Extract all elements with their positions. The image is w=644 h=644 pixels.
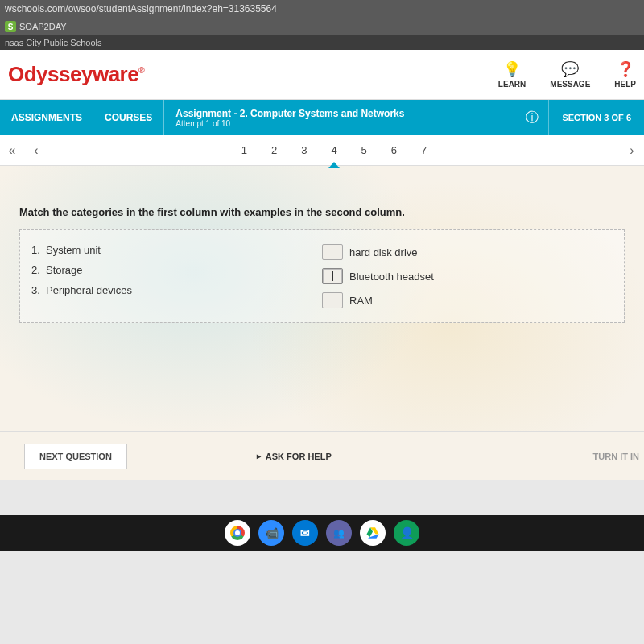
info-icon[interactable]: ⓘ bbox=[516, 100, 548, 135]
question-prompt: Match the categories in the first column… bbox=[19, 206, 625, 218]
category-item: 3.Peripheral devices bbox=[31, 280, 322, 300]
url-bar[interactable]: wschools.com/owsoo/studentAssignment/ind… bbox=[0, 0, 644, 18]
drive-icon[interactable] bbox=[360, 520, 386, 546]
divider bbox=[192, 441, 192, 472]
pager-item-4[interactable]: 4 bbox=[329, 141, 338, 159]
question-pager: « ‹ 1234567 › bbox=[0, 135, 644, 166]
pager-item-2[interactable]: 2 bbox=[270, 141, 279, 159]
pager-item-5[interactable]: 5 bbox=[360, 141, 369, 159]
tab-assignments[interactable]: ASSIGNMENTS bbox=[0, 100, 93, 135]
message-button[interactable]: 💬 MESSAGE bbox=[550, 60, 590, 89]
pager-first-icon[interactable]: « bbox=[0, 143, 24, 158]
answer-input[interactable] bbox=[322, 244, 343, 260]
answer-label: Bluetooth headset bbox=[349, 270, 434, 283]
answer-label: RAM bbox=[349, 295, 373, 307]
bookmarks-bar: S SOAP2DAY bbox=[0, 18, 644, 35]
bookmark-favicon: S bbox=[5, 21, 16, 32]
outlook-icon[interactable]: ✉ bbox=[292, 520, 318, 546]
assignment-bar: ASSIGNMENTS COURSES Assignment - 2. Comp… bbox=[0, 100, 644, 135]
answer-item: RAM bbox=[322, 288, 613, 312]
bookmark-soap2day[interactable]: S SOAP2DAY bbox=[5, 21, 67, 32]
turn-it-in-button[interactable]: TURN IT IN bbox=[593, 452, 639, 461]
answer-item: hard disk drive bbox=[322, 240, 613, 264]
zoom-icon[interactable]: 📹 bbox=[258, 520, 284, 546]
bookmark-label: SOAP2DAY bbox=[19, 22, 67, 31]
learn-button[interactable]: 💡 LEARN bbox=[498, 60, 526, 89]
item-text: Storage bbox=[46, 264, 83, 276]
answer-input[interactable] bbox=[322, 268, 343, 284]
match-container: 1.System unit2.Storage3.Peripheral devic… bbox=[19, 229, 625, 323]
pager-item-7[interactable]: 7 bbox=[419, 141, 428, 159]
help-button[interactable]: ❓ HELP bbox=[614, 60, 636, 89]
item-number: 3. bbox=[31, 284, 46, 296]
pager-item-3[interactable]: 3 bbox=[299, 141, 308, 159]
pager-prev-icon[interactable]: ‹ bbox=[24, 143, 48, 158]
item-number: 2. bbox=[31, 264, 46, 276]
item-text: System unit bbox=[46, 244, 101, 256]
os-taskbar: 📹 ✉ 👥 👤 bbox=[0, 515, 644, 551]
assignment-title-area: Assignment - 2. Computer Systems and Net… bbox=[163, 100, 516, 135]
browser-tab[interactable]: nsas City Public Schools bbox=[0, 35, 644, 50]
section-indicator[interactable]: SECTION 3 OF 6 bbox=[548, 100, 644, 135]
pager-next-icon[interactable]: › bbox=[620, 143, 644, 158]
pager-item-1[interactable]: 1 bbox=[240, 141, 249, 159]
tab-courses[interactable]: COURSES bbox=[93, 100, 163, 135]
caret-right-icon: ▸ bbox=[257, 452, 261, 460]
question-content: Match the categories in the first column… bbox=[0, 166, 644, 431]
category-item: 1.System unit bbox=[31, 240, 322, 260]
app-header: Odysseyware® 💡 LEARN 💬 MESSAGE ❓ HELP bbox=[0, 50, 644, 100]
answer-input[interactable] bbox=[322, 292, 343, 308]
next-question-button[interactable]: NEXT QUESTION bbox=[24, 444, 127, 469]
text-caret-icon bbox=[332, 271, 333, 281]
answer-item: Bluetooth headset bbox=[322, 264, 613, 288]
help-icon: ❓ bbox=[617, 60, 634, 78]
logo: Odysseyware® bbox=[8, 62, 144, 87]
category-item: 2.Storage bbox=[31, 260, 322, 280]
ask-for-help-button[interactable]: ▸ ASK FOR HELP bbox=[257, 452, 332, 461]
teams-icon[interactable]: 👥 bbox=[326, 520, 352, 546]
classroom-icon[interactable]: 👤 bbox=[394, 520, 419, 546]
lightbulb-icon: 💡 bbox=[503, 60, 521, 78]
question-footer: NEXT QUESTION ▸ ASK FOR HELP TURN IT IN bbox=[0, 431, 644, 480]
pager-item-6[interactable]: 6 bbox=[390, 141, 398, 159]
chrome-icon[interactable] bbox=[225, 520, 250, 546]
item-text: Peripheral devices bbox=[46, 284, 132, 296]
speech-icon: 💬 bbox=[561, 60, 579, 78]
item-number: 1. bbox=[31, 244, 46, 256]
answer-label: hard disk drive bbox=[349, 246, 418, 258]
